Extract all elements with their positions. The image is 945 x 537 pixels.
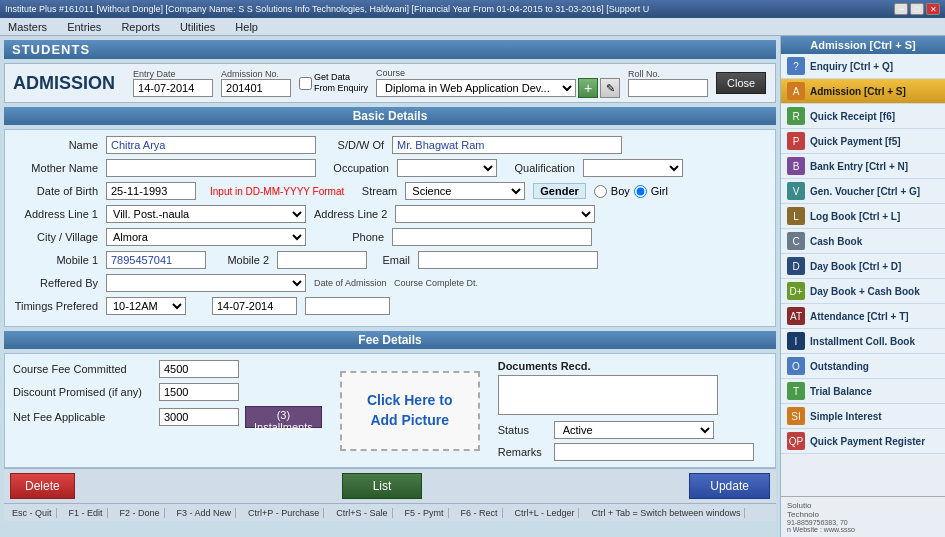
- sidebar-item-enquiry[interactable]: ? Enquiry [Ctrl + Q]: [781, 54, 945, 79]
- entry-date-input[interactable]: [133, 79, 213, 97]
- remarks-input[interactable]: [554, 443, 754, 461]
- dob-input[interactable]: [106, 182, 196, 200]
- list-button[interactable]: List: [342, 473, 423, 499]
- right-sidebar: Admission [Ctrl + S] ? Enquiry [Ctrl + Q…: [780, 36, 945, 537]
- maximize-button[interactable]: □: [910, 3, 924, 15]
- status-f2[interactable]: F2 - Done: [116, 508, 165, 518]
- status-label: Status: [498, 424, 548, 436]
- referred-select[interactable]: [106, 274, 306, 292]
- log-book-icon: L: [787, 207, 805, 225]
- mobile1-input[interactable]: [106, 251, 206, 269]
- menu-entries[interactable]: Entries: [63, 21, 105, 33]
- edit-course-button[interactable]: ✎: [600, 78, 620, 98]
- menu-reports[interactable]: Reports: [117, 21, 164, 33]
- menu-help[interactable]: Help: [231, 21, 262, 33]
- status-select[interactable]: Active Inactive: [554, 421, 714, 439]
- timings-select[interactable]: 10-12AM: [106, 297, 186, 315]
- installments-button[interactable]: (3) Installments: [245, 406, 322, 428]
- city-label: City / Village: [13, 231, 98, 243]
- add-picture-button[interactable]: Click Here toAdd Picture: [340, 371, 480, 451]
- sidebar-item-log-book[interactable]: L Log Book [Ctrl + L]: [781, 204, 945, 229]
- minimize-button[interactable]: ─: [894, 3, 908, 15]
- dob-hint: Input in DD-MM-YYYY Format: [210, 186, 344, 197]
- basic-details-header: Basic Details: [4, 107, 776, 125]
- occupation-label: Occupation: [324, 162, 389, 174]
- admission-label: Admission [Ctrl + S]: [810, 86, 906, 97]
- roll-no-group: Roll No.: [628, 69, 708, 97]
- sidebar-branding: Solutio Technolo 91-8859756383, 70 n Web…: [781, 496, 945, 537]
- delete-button[interactable]: Delete: [10, 473, 75, 499]
- sidebar-item-day-book-cash[interactable]: D+ Day Book + Cash Book: [781, 279, 945, 304]
- add-course-button[interactable]: +: [578, 78, 598, 98]
- admission-no-input[interactable]: [221, 79, 291, 97]
- qualification-select[interactable]: [583, 159, 683, 177]
- roll-no-input[interactable]: [628, 79, 708, 97]
- sidebar-item-simple-interest[interactable]: SI Simple Interest: [781, 404, 945, 429]
- sidebar-item-admission[interactable]: A Admission [Ctrl + S]: [781, 79, 945, 104]
- discount-input[interactable]: [159, 383, 239, 401]
- sidebar-item-bank-entry[interactable]: B Bank Entry [Ctrl + N]: [781, 154, 945, 179]
- close-window-button[interactable]: ✕: [926, 3, 940, 15]
- mobile2-input[interactable]: [277, 251, 367, 269]
- sdw-input[interactable]: [392, 136, 622, 154]
- email-input[interactable]: [418, 251, 598, 269]
- sidebar-item-installment[interactable]: I Installment Coll. Book: [781, 329, 945, 354]
- sidebar-item-outstanding[interactable]: O Outstanding: [781, 354, 945, 379]
- occupation-select[interactable]: [397, 159, 497, 177]
- course-group: Course Diploma in Web Application Dev...…: [376, 68, 620, 98]
- bank-entry-label: Bank Entry [Ctrl + N]: [810, 161, 908, 172]
- sidebar-item-quick-payment[interactable]: P Quick Payment [f5]: [781, 129, 945, 154]
- sidebar-item-gen-voucher[interactable]: V Gen. Voucher [Ctrl + G]: [781, 179, 945, 204]
- course-complete-input[interactable]: [305, 297, 390, 315]
- fee-right: Documents Recd. Status Active Inactive R…: [498, 360, 767, 461]
- sidebar-item-quick-payment-reg[interactable]: QP Quick Payment Register: [781, 429, 945, 454]
- qualification-label: Qualification: [505, 162, 575, 174]
- address2-select[interactable]: [395, 205, 595, 223]
- phone-input[interactable]: [392, 228, 592, 246]
- status-ctrll[interactable]: Ctrl+L - Ledger: [511, 508, 580, 518]
- docs-label: Documents Recd.: [498, 360, 767, 372]
- stream-select[interactable]: Science: [405, 182, 525, 200]
- status-ctrlp[interactable]: Ctrl+P - Purchase: [244, 508, 324, 518]
- gender-boy-label: Boy: [611, 185, 630, 197]
- gender-boy-radio[interactable]: [594, 185, 607, 198]
- day-book-icon: D: [787, 257, 805, 275]
- enquiry-label: Enquiry [Ctrl + Q]: [810, 61, 893, 72]
- city-select[interactable]: Almora: [106, 228, 306, 246]
- status-esc[interactable]: Esc - Quit: [8, 508, 57, 518]
- menu-masters[interactable]: Masters: [4, 21, 51, 33]
- quick-payment-reg-label: Quick Payment Register: [810, 436, 925, 447]
- sidebar-item-day-book[interactable]: D Day Book [Ctrl + D]: [781, 254, 945, 279]
- sidebar-item-attendance[interactable]: AT Attendance [Ctrl + T]: [781, 304, 945, 329]
- menu-utilities[interactable]: Utilities: [176, 21, 219, 33]
- status-ctrls[interactable]: Ctrl+S - Sale: [332, 508, 392, 518]
- status-f6[interactable]: F6 - Rect: [457, 508, 503, 518]
- update-button[interactable]: Update: [689, 473, 770, 499]
- timings-label: Date of Admission Course Complete Dt.: [314, 278, 478, 288]
- docs-box: [498, 375, 718, 415]
- admission-title: ADMISSION: [13, 73, 115, 94]
- status-f1[interactable]: F1 - Edit: [65, 508, 108, 518]
- sidebar-item-quick-receipt[interactable]: R Quick Receipt [f6]: [781, 104, 945, 129]
- quick-receipt-label: Quick Receipt [f6]: [810, 111, 895, 122]
- date-admission-input[interactable]: [212, 297, 297, 315]
- gender-girl-radio[interactable]: [634, 185, 647, 198]
- sidebar-item-cash-book[interactable]: C Cash Book: [781, 229, 945, 254]
- address1-select[interactable]: Vill. Post.-naula: [106, 205, 306, 223]
- course-fee-input[interactable]: [159, 360, 239, 378]
- mother-input[interactable]: [106, 159, 316, 177]
- status-f5[interactable]: F5 - Pymt: [401, 508, 449, 518]
- get-data-group: Get DataFrom Enquiry: [299, 72, 368, 94]
- net-fee-input[interactable]: [159, 408, 239, 426]
- discount-label: Discount Promised (if any): [13, 386, 153, 398]
- status-f3[interactable]: F3 - Add New: [173, 508, 237, 518]
- admission-no-label: Admission No.: [221, 69, 279, 79]
- net-fee-row: Net Fee Applicable (3) Installments: [13, 406, 322, 428]
- close-button[interactable]: Close: [716, 72, 766, 94]
- fee-center: Click Here toAdd Picture: [330, 360, 490, 461]
- course-select[interactable]: Diploma in Web Application Dev...: [376, 79, 576, 97]
- name-row: Name S/D/W Of: [13, 136, 767, 154]
- sidebar-item-trial-balance[interactable]: T Trial Balance: [781, 379, 945, 404]
- name-input[interactable]: [106, 136, 316, 154]
- get-data-checkbox[interactable]: [299, 77, 312, 90]
